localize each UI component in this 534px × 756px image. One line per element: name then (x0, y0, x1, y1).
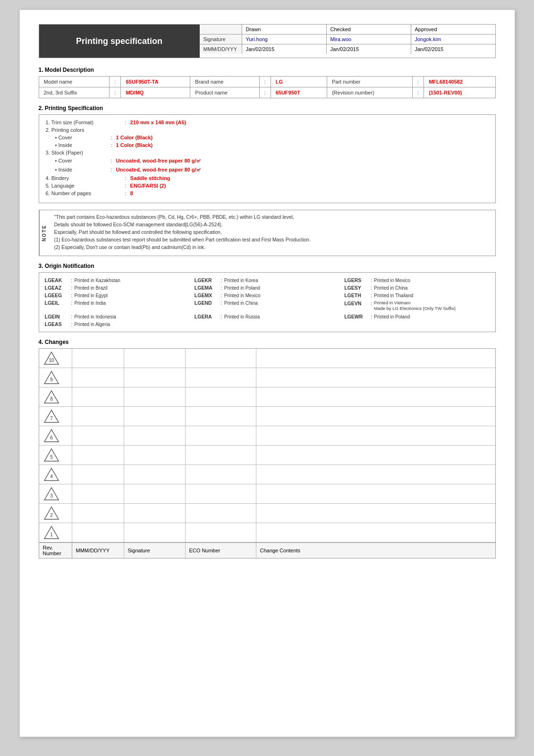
rev-1-contents (256, 523, 495, 542)
rev-1-date (72, 523, 124, 542)
rev-triangle-5-icon: 5 (43, 447, 60, 463)
origin-empty-1 (195, 321, 339, 327)
rev-4-contents (256, 465, 495, 484)
product-name-value: 65UF950T (271, 87, 327, 98)
rev-9-sig (124, 368, 186, 387)
changes-row-6: 6 (39, 426, 495, 446)
origin-notification-box: LGEAK : Printed in Kazakhstan LGEKR : Pr… (39, 272, 496, 332)
spec-trim-size: 1. Trim size (Format) : 210 mm x 148 mm … (46, 120, 489, 125)
changes-box: 10 9 8 (39, 348, 496, 558)
model-row-2: 2nd, 3rd Suffix : MD/MQ Product name : 6… (39, 87, 495, 98)
note-content: "This part contains Eco-hazardous substa… (49, 210, 495, 256)
rev-8-date (72, 387, 124, 406)
note-side-label: NOTE (39, 210, 49, 256)
rev-triangle-2-icon: 2 (43, 506, 60, 521)
origin-lgeak: LGEAK : Printed in Kazakhstan (45, 277, 190, 283)
approved-signature: Jongok.kim (411, 34, 495, 44)
rev-10-date (72, 349, 124, 368)
rev-1-num: 1 (39, 523, 72, 542)
rev-4-eco (186, 465, 256, 484)
rev-8-eco (186, 387, 256, 406)
rev-triangle-7-icon: 7 (43, 409, 60, 424)
svg-text:5: 5 (50, 455, 53, 460)
rev-triangle-4-icon: 4 (43, 467, 60, 482)
model-row-1: Model name : 65UF950T-TA Brand name : LG… (39, 77, 495, 87)
checked-date: Jan/02/2015 (327, 44, 411, 54)
rev-7-sig (124, 407, 186, 426)
rev-triangle-10-icon: 10 (43, 351, 60, 366)
rev-5-sig (124, 446, 186, 464)
rev-4-sig (124, 465, 186, 484)
footer-rev-label: Rev. Number (39, 543, 72, 558)
model-name-label: Model name (39, 77, 110, 87)
spec-language: 5. Language : ENG/FARSI (2) (46, 183, 489, 189)
origin-lgeil: LGEIL : Printed in India (45, 300, 190, 312)
changes-row-9: 9 (39, 368, 495, 387)
model-name-value: 65UF950T-TA (121, 77, 190, 87)
changes-row-3: 3 (39, 484, 495, 504)
rev-7-contents (256, 407, 495, 426)
origin-lgema: LGEMA : Printed in Poland (195, 285, 339, 291)
rev-10-num: 10 (39, 349, 72, 368)
rev-2-sig (124, 504, 186, 523)
changes-row-5: 5 (39, 446, 495, 465)
origin-grid: LGEAK : Printed in Kazakhstan LGEKR : Pr… (45, 277, 490, 327)
date-label: MMM/DD/YYY (200, 44, 242, 54)
changes-row-7: 7 (39, 407, 495, 426)
rev-3-contents (256, 484, 495, 503)
spec-inside-stock: • Inside : Uncoated, wood-free paper 80 … (46, 166, 489, 173)
header-approval-table: Drawn Checked Approved Signature Yuri.ho… (200, 25, 495, 58)
rev-9-date (72, 368, 124, 387)
rev-6-sig (124, 426, 186, 445)
suffix-label: 2nd, 3rd Suffix (39, 87, 110, 98)
origin-empty-2 (344, 321, 489, 327)
svg-text:8: 8 (50, 396, 53, 402)
rev-6-num: 6 (39, 426, 72, 445)
revision-number-value: (1501-REV00) (424, 87, 495, 98)
printing-spec-box: 1. Trim size (Format) : 210 mm x 148 mm … (39, 114, 496, 203)
rev-10-sig (124, 349, 186, 368)
drawn-date: Jan/02/2015 (242, 44, 327, 54)
rev-3-sig (124, 484, 186, 503)
changes-row-8: 8 (39, 387, 495, 407)
approved-label: Approved (411, 25, 495, 34)
rev-triangle-8-icon: 8 (43, 389, 60, 404)
origin-lgewr: LGEWR : Printed in Poland (344, 314, 489, 319)
rev-8-sig (124, 387, 186, 406)
approved-date: Jan/02/2015 (411, 44, 495, 54)
changes-row-2: 2 (39, 504, 495, 523)
part-number-label: Part number (327, 77, 412, 87)
rev-1-eco (186, 523, 256, 542)
section1-title: 1. Model Description (39, 67, 496, 73)
drawn-label: Drawn (242, 25, 327, 34)
spec-cover-stock: • Cover : Uncoated, wood-free paper 80 g… (46, 157, 489, 164)
rev-8-contents (256, 387, 495, 406)
rev-5-date (72, 446, 124, 464)
svg-text:9: 9 (50, 377, 53, 382)
rev-2-contents (256, 504, 495, 523)
section2-title: 2. Printing Specification (39, 105, 496, 112)
rev-2-date (72, 504, 124, 523)
rev-4-date (72, 465, 124, 484)
origin-lgesy: LGESY : Printed in China (344, 285, 489, 291)
changes-row-10: 10 (39, 349, 495, 368)
rev-triangle-3-icon: 3 (43, 486, 60, 501)
rev-9-eco (186, 368, 256, 387)
rev-triangle-1-icon: 1 (43, 525, 60, 540)
rev-3-num: 3 (39, 484, 72, 503)
rev-triangle-6-icon: 6 (43, 428, 60, 443)
svg-text:7: 7 (50, 416, 53, 421)
origin-lgekr: LGEKR : Printed in Korea (195, 277, 339, 283)
origin-lgeth: LGETH : Printed in Thailand (344, 292, 489, 298)
rev-9-num: 9 (39, 368, 72, 387)
rev-6-contents (256, 426, 495, 445)
footer-sig-label: Signature (124, 543, 186, 558)
suffix-value: MD/MQ (121, 87, 190, 98)
origin-lgers: LGERS : Printed in Mexico (344, 277, 489, 283)
origin-lgeaz: LGEAZ : Printed in Brazil (45, 285, 190, 291)
spec-printing-colors: 2. Printing colors (46, 127, 489, 133)
rev-7-num: 7 (39, 407, 72, 426)
origin-lgera: LGERA : Printed in Russia (195, 314, 339, 319)
header-empty (200, 25, 242, 34)
document-title: Printing specification (39, 25, 200, 58)
